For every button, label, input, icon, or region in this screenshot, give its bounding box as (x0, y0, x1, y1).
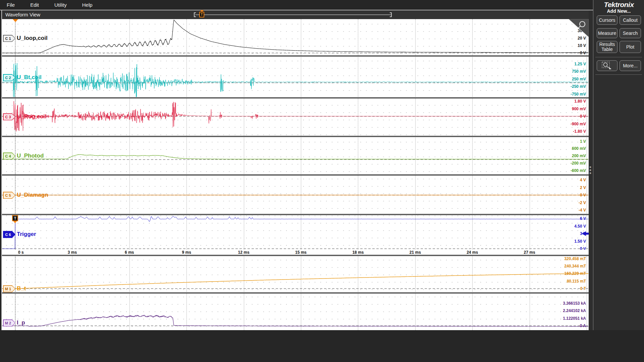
add-new-heading: Add New... (593, 8, 644, 14)
waveform-view-title: Waveform View (5, 12, 40, 17)
waveform-trace-c5 (2, 176, 589, 214)
band-divider (2, 174, 589, 176)
waveform-trace-c3 (2, 99, 589, 136)
channel-band-c3[interactable]: 1.80 V900 mV0 V-900 mV-1.80 VC 3U_Rog,co… (2, 99, 589, 136)
axis-tick-label: 2 V (546, 185, 586, 190)
axis-tick-label: 0 V (546, 114, 586, 119)
axis-tick-label: 1.122051 kA (546, 316, 586, 321)
axis-tick-label: 1.25 V (546, 62, 586, 66)
time-tick-label: 24 ms (467, 250, 478, 255)
axis-tick-label: -1.80 V (546, 129, 586, 134)
axis-tick-label: 200 mV (546, 154, 586, 158)
menu-utility[interactable]: Utility (54, 2, 67, 8)
zoom-region-button[interactable] (597, 60, 618, 71)
axis-tick-label: 600 mV (546, 146, 586, 151)
cursors-button[interactable]: Cursors (597, 15, 618, 25)
axis-tick-label: 1 V (546, 139, 586, 144)
splitter-handle-icon[interactable]: ••• (589, 166, 591, 175)
trigger-level-arrow-icon[interactable] (582, 231, 589, 236)
time-tick-label: 18 ms (352, 250, 364, 255)
channel-label-m2[interactable]: I_p (17, 319, 25, 326)
axis-tick-label: -200 mV (546, 161, 586, 166)
axis-tick-label: 3 V (546, 231, 586, 236)
channel-label-c5[interactable]: U_Diamagn (17, 192, 48, 198)
search-button[interactable]: Search (620, 28, 641, 38)
time-tick-label: 27 ms (524, 250, 535, 255)
results-table-button[interactable]: Results Table (597, 41, 618, 53)
waveform-view-titlebar[interactable]: Waveform View T (2, 10, 589, 19)
waveform-trace-m2 (2, 294, 589, 330)
channel-label-c1[interactable]: U_loop,coil (17, 35, 48, 42)
channel-badge-m2[interactable]: M 2 (3, 319, 15, 326)
axis-tick-label: 0 A (546, 323, 586, 328)
trigger-position-marker-icon[interactable]: T (199, 12, 204, 17)
channel-label-c4[interactable]: U_Photod (17, 153, 44, 159)
trigger-marker-pointer-icon (13, 221, 17, 223)
channel-band-c4[interactable]: 1 V600 mV200 mV-200 mV-600 mVC 4U_Photod (2, 137, 589, 174)
channel-label-m1[interactable]: B_t (17, 285, 26, 292)
channel-band-c2[interactable]: 1.25 V750 mV250 mV-250 mV-750 mVC 2U_Bt,… (2, 57, 589, 97)
more-button[interactable]: More... (620, 60, 641, 71)
axis-tick-label: 80.115 mT (546, 279, 586, 284)
axis-tick-label: 3.366153 kA (546, 301, 586, 306)
time-tick-label: 15 ms (295, 250, 307, 255)
channel-band-m2[interactable]: 3.366153 kA2.244102 kA1.122051 kA0 AM 2I… (2, 294, 589, 330)
channel-label-c3[interactable]: U_Rog,coil (17, 113, 47, 120)
axis-tick-label: 240.344 mT (546, 264, 586, 268)
channel-band-c1[interactable]: 30 V20 V10 V0 VC 1U_loop,coil (2, 19, 589, 55)
channel-label-c2[interactable]: U_Bt,coil (17, 74, 42, 81)
record-view-bar[interactable] (195, 14, 391, 15)
axis-tick-label: 10 V (546, 43, 586, 48)
waveform-trace-c6 (2, 215, 589, 250)
axis-tick-label: 4 V (546, 178, 586, 182)
waveform-plot-area[interactable]: 30 V20 V10 V0 VC 1U_loop,coil1.25 V750 m… (2, 19, 589, 330)
menu-bar: File Edit Utility Help (0, 0, 593, 10)
trigger-time-pointer-icon[interactable] (13, 19, 18, 22)
channel-band-m1[interactable]: 320.458 mT240.344 mT160.229 mT80.115 mT0… (2, 256, 589, 292)
time-tick-label: 21 ms (410, 250, 421, 255)
record-view-left-bracket[interactable] (194, 12, 196, 17)
record-view-right-bracket[interactable] (390, 12, 392, 17)
channel-badge-c1[interactable]: C 1 (3, 35, 15, 42)
channel-badge-c5[interactable]: C 5 (3, 192, 15, 199)
channel-badge-c6[interactable]: C 6 (3, 231, 15, 238)
band-divider (2, 136, 589, 137)
menu-help[interactable]: Help (82, 2, 93, 8)
menu-edit[interactable]: Edit (30, 2, 39, 8)
axis-tick-label: -2 V (546, 200, 586, 205)
axis-tick-label: 0 T (546, 286, 586, 291)
trigger-source-marker-icon[interactable]: T (12, 215, 18, 221)
time-tick-label: 12 ms (238, 250, 250, 255)
callout-button[interactable]: Callout (620, 15, 641, 25)
time-tick-label: 0 s (18, 250, 24, 255)
time-tick-label: 9 ms (182, 250, 191, 255)
channel-badge-c4[interactable]: C 4 (3, 153, 15, 160)
channel-band-c5[interactable]: 4 V2 V0 V-2 V-4 VC 5U_Diamagn (2, 176, 589, 214)
axis-tick-label: 900 mV (546, 107, 586, 111)
band-divider (2, 97, 589, 99)
band-divider (2, 255, 589, 256)
menu-file[interactable]: File (7, 2, 15, 8)
axis-tick-label: 1.50 V (546, 239, 586, 244)
channel-badge-c3[interactable]: C 3 (3, 113, 15, 120)
channel-badge-c2[interactable]: C 2 (3, 74, 15, 81)
time-tick-label: 6 ms (125, 250, 134, 255)
axis-tick-label: 4.50 V (546, 224, 586, 229)
channel-badge-m1[interactable]: M 1 (3, 285, 15, 292)
panel-separator (595, 74, 642, 75)
time-tick-label: 3 ms (68, 250, 77, 255)
axis-tick-label: 2.244102 kA (546, 308, 586, 313)
channel-band-c6[interactable]: 6 V4.50 V3 V1.50 V0 VC 6Trigger (2, 215, 589, 250)
tektronix-logo: Tektronix (593, 1, 644, 9)
right-side-panel: Tektronix Add New... Cursors Callout Mea… (593, 0, 644, 330)
time-axis: 0 s3 ms6 ms9 ms12 ms15 ms18 ms21 ms24 ms… (2, 250, 589, 255)
axis-tick-label: 1.80 V (546, 99, 586, 104)
band-divider (2, 292, 589, 294)
plot-button[interactable]: Plot (620, 41, 641, 53)
channel-label-c6[interactable]: Trigger (17, 231, 36, 238)
measure-button[interactable]: Measure (597, 28, 618, 38)
arrow-tail (586, 233, 589, 235)
corner-zoom-icon[interactable] (569, 19, 589, 37)
axis-tick-label: -750 mV (546, 92, 586, 97)
oscilloscope-screen: File Edit Utility Help Waveform View T 3… (0, 0, 644, 362)
